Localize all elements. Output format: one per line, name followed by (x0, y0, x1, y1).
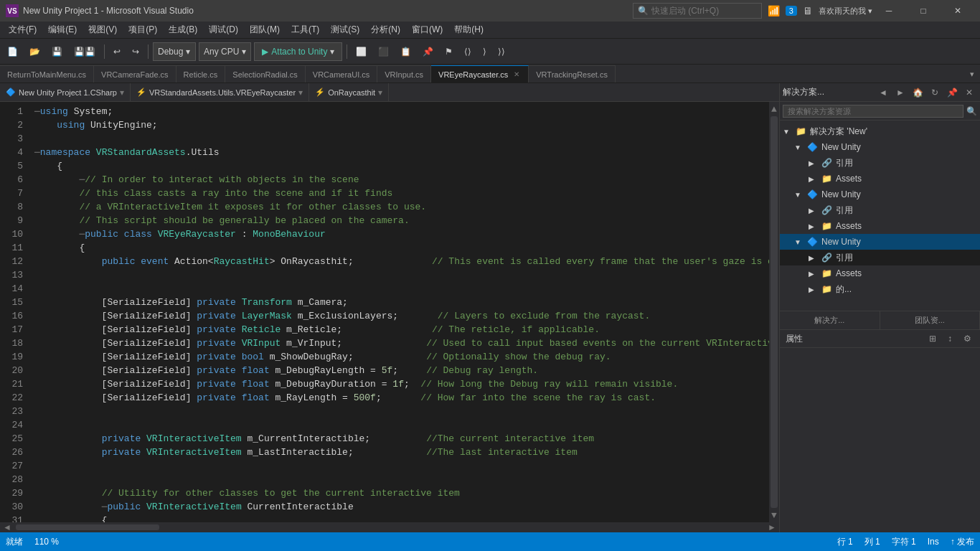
horizontal-scrollbar[interactable]: ◄ ► (0, 522, 779, 532)
toolbar-btn-2[interactable]: ⬛ (374, 42, 393, 61)
scroll-right-button[interactable]: ► (765, 522, 779, 532)
maximize-button[interactable]: □ (907, 0, 940, 22)
tab-label: VRInput.cs (385, 70, 423, 79)
undo-button[interactable]: ↩ (109, 42, 125, 61)
tab-label: VRTrackingReset.cs (536, 70, 608, 79)
status-publish[interactable]: ↑ 发布 (951, 536, 974, 548)
quick-launch-box[interactable]: 🔍 (633, 3, 762, 19)
project-1-label: New Unity (821, 142, 861, 152)
menu-test[interactable]: 测试(S) (325, 22, 365, 39)
status-char: 字符 1 (892, 536, 916, 548)
props-settings-icon[interactable]: ⚙ (960, 331, 974, 346)
panel-refresh-button[interactable]: ↻ (927, 85, 943, 100)
menu-debug[interactable]: 调试(D) (203, 22, 244, 39)
breadcrumb-project[interactable]: 🔷 New Unity Project 1.CSharp ▾ (0, 83, 131, 102)
menu-file[interactable]: 文件(F) (3, 22, 42, 39)
tab-returnmainmenu[interactable]: ReturnToMainMenu.cs (0, 65, 94, 83)
tab-reticle[interactable]: Reticle.cs (176, 65, 226, 83)
scroll-down-button[interactable]: ▼ (769, 508, 779, 522)
panel-pin-button[interactable]: 📌 (944, 85, 960, 100)
open-button[interactable]: 📂 (25, 42, 44, 61)
menu-window[interactable]: 窗口(W) (406, 22, 448, 39)
code-line-30: ─public VRInteractiveItem CurrentInterac… (34, 500, 763, 514)
menu-project[interactable]: 项目(P) (123, 22, 163, 39)
scroll-up-button[interactable]: ▲ (769, 102, 779, 116)
tab-vrtrackingreset[interactable]: VRTrackingReset.cs (529, 65, 616, 83)
code-line-18: [SerializeField] private VRInput m_VrInp… (34, 336, 763, 350)
panel-close-button[interactable]: ✕ (961, 85, 977, 100)
sub-icon-3: 📁 (820, 284, 833, 294)
project-3[interactable]: ▼ 🔷 New Unity (780, 234, 980, 250)
attach-to-unity-button[interactable]: ▶ Attach to Unity ▾ (254, 42, 342, 61)
menu-help[interactable]: 帮助(H) (448, 22, 489, 39)
tab-selectionradial[interactable]: SelectionRadial.cs (225, 65, 306, 83)
panel-home-button[interactable]: 🏠 (910, 85, 925, 100)
project-3-assets[interactable]: ▶ 📁 Assets (780, 265, 980, 281)
tab-vreyeraycaster[interactable]: VREyeRaycaster.cs ✕ (431, 65, 529, 83)
toolbar-btn-7[interactable]: ⟩ (479, 42, 491, 61)
breadcrumb-member[interactable]: ⚡ OnRaycasthit ▾ (309, 83, 389, 102)
save-button[interactable]: 💾 (47, 42, 67, 61)
toolbar-btn-5[interactable]: ⚑ (440, 42, 457, 61)
project-3-sub[interactable]: ▶ 📁 的... (780, 281, 980, 297)
props-sort-icon[interactable]: ↕ (943, 331, 957, 346)
user-label[interactable]: 喜欢雨天的我 ▾ (819, 6, 872, 17)
quick-launch-input[interactable] (651, 6, 759, 16)
tab-vrcamerafade[interactable]: VRCameraFade.cs (94, 65, 176, 83)
project-3-ref[interactable]: ▶ 🔗 引用 (780, 250, 980, 265)
panel-back-button[interactable]: ◄ (875, 85, 891, 100)
toolbar-btn-8[interactable]: ⟩⟩ (494, 42, 509, 61)
solution-search-input[interactable] (783, 105, 963, 118)
ref-icon-2: 🔗 (820, 205, 833, 215)
code-line-22: [SerializeField] private float m_RayLeng… (34, 391, 763, 405)
ref-3-label: 引用 (836, 252, 853, 264)
debug-config-dropdown[interactable]: Debug ▾ (153, 42, 196, 61)
minimize-button[interactable]: ─ (872, 0, 905, 22)
vertical-scrollbar[interactable]: ▲ ▼ (769, 102, 779, 522)
tab-close-icon[interactable]: ✕ (512, 70, 521, 79)
scroll-left-button[interactable]: ◄ (0, 522, 14, 532)
collapse-1[interactable]: ─ (34, 106, 40, 117)
breadcrumb-namespace[interactable]: ⚡ VRStandardAssets.Utils.VREyeRaycaster … (131, 83, 309, 102)
panel-forward-button[interactable]: ► (892, 85, 908, 100)
tab-vrinput[interactable]: VRInput.cs (377, 65, 431, 83)
project-1[interactable]: ▼ 🔷 New Unity (780, 139, 980, 155)
toolbar-btn-6[interactable]: ⟨⟩ (460, 42, 476, 61)
close-button[interactable]: ✕ (941, 0, 974, 22)
menu-build[interactable]: 生成(B) (163, 22, 203, 39)
collapse-4[interactable]: ─ (34, 147, 40, 158)
platform-dropdown[interactable]: Any CPU ▾ (199, 42, 251, 61)
toolbar-btn-1[interactable]: ⬜ (352, 42, 371, 61)
play-icon: ▶ (262, 47, 268, 57)
scrollbar-thumb[interactable] (771, 116, 778, 508)
menu-analyze[interactable]: 分析(N) (365, 22, 406, 39)
project-2[interactable]: ▼ 🔷 New Unity (780, 187, 980, 202)
toolbar-btn-3[interactable]: 📋 (396, 42, 415, 61)
code-line-19: [SerializeField] private bool m_ShowDebu… (34, 350, 763, 364)
project-2-ref[interactable]: ▶ 🔗 引用 (780, 202, 980, 218)
new-file-button[interactable]: 📄 (3, 42, 22, 61)
title-bar: VS New Unity Project 1 - Microsoft Visua… (0, 0, 980, 22)
team-tab[interactable]: 团队资... (880, 311, 981, 329)
vs-logo: VS (6, 4, 19, 17)
assets-1-label: Assets (836, 174, 862, 184)
project-1-assets[interactable]: ▶ 📁 Assets (780, 171, 980, 187)
menu-tools[interactable]: 工具(T) (286, 22, 325, 39)
menu-edit[interactable]: 编辑(E) (42, 22, 83, 39)
solution-tab[interactable]: 解决方... (780, 311, 880, 329)
solution-root[interactable]: ▼ 📁 解决方案 'New' (780, 123, 980, 139)
project-3-label: New Unity (821, 237, 861, 247)
redo-button[interactable]: ↪ (128, 42, 143, 61)
solution-root-label: 解决方案 'New' (810, 126, 867, 138)
tab-vrcameraui[interactable]: VRCameraUI.cs (306, 65, 377, 83)
menu-view[interactable]: 视图(V) (83, 22, 123, 39)
toolbar-btn-4[interactable]: 📌 (418, 42, 438, 61)
h-scrollbar-thumb[interactable] (16, 524, 159, 530)
props-categorize-icon[interactable]: ⊞ (925, 331, 940, 346)
project-1-ref[interactable]: ▶ 🔗 引用 (780, 155, 980, 171)
save-all-button[interactable]: 💾💾 (70, 42, 100, 61)
menu-team[interactable]: 团队(M) (244, 22, 286, 39)
code-content[interactable]: ─using System; using UnityEngine; ─names… (29, 102, 769, 522)
project-2-assets[interactable]: ▶ 📁 Assets (780, 218, 980, 234)
tab-list-button[interactable]: ▾ (964, 65, 980, 83)
